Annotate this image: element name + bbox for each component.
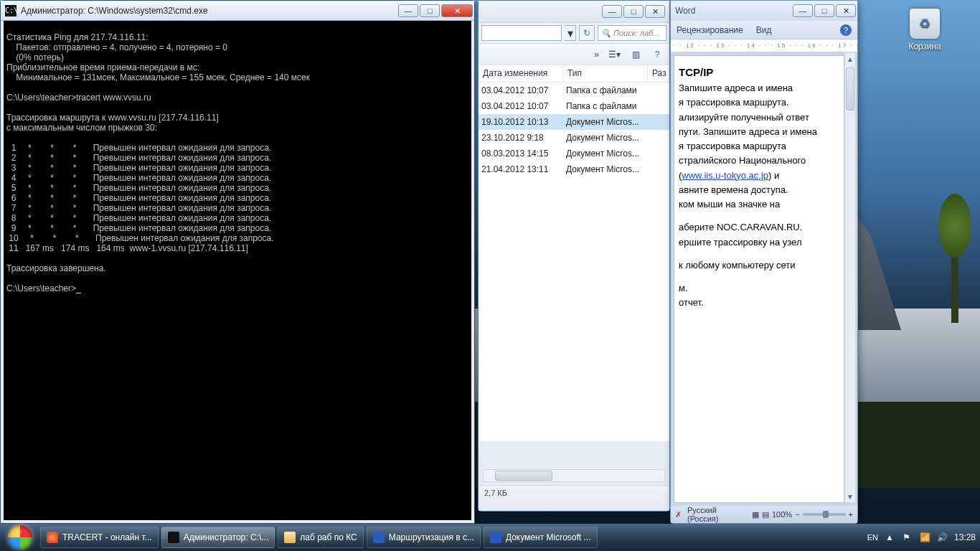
word-maximize-button[interactable]: □ bbox=[814, 4, 834, 17]
explorer-preview-icon[interactable]: ▥ bbox=[629, 48, 642, 61]
start-orb-icon bbox=[8, 525, 32, 550]
spellcheck-icon[interactable]: ✗ bbox=[675, 510, 682, 519]
word-icon bbox=[373, 532, 385, 543]
explorer-hscrollbar[interactable] bbox=[483, 469, 665, 482]
desktop: Корзина C:\ Администратор: C:\Windows\sy… bbox=[0, 0, 980, 551]
tray-language[interactable]: EN bbox=[867, 533, 878, 542]
start-button[interactable] bbox=[1, 524, 39, 550]
doc-line: м. bbox=[679, 283, 837, 294]
taskbar: TRACERT - онлайн т... Администратор: C:\… bbox=[0, 524, 980, 551]
word-status-bar: ✗ Русский (Россия) ▦ ▤ 100% − + bbox=[671, 506, 857, 523]
explorer-minimize-button[interactable]: — bbox=[602, 5, 622, 18]
folder-icon bbox=[284, 532, 296, 543]
col-type[interactable]: Тип bbox=[563, 65, 648, 82]
doc-line: я трассировка маршрута. bbox=[679, 97, 837, 108]
explorer-hscroll-thumb[interactable] bbox=[495, 471, 552, 481]
explorer-address-input[interactable] bbox=[481, 25, 562, 41]
cmd-titlebar[interactable]: C:\ Администратор: C:\Windows\system32\c… bbox=[1, 1, 474, 21]
explorer-search-input[interactable]: 🔍 Поиск: лаб... bbox=[598, 25, 666, 41]
cmd-icon: C:\ bbox=[5, 5, 17, 17]
word-icon bbox=[490, 532, 501, 543]
word-titlebar[interactable]: Word — □ ✕ bbox=[671, 1, 857, 21]
taskbar-app-word1[interactable]: Маршрутизация в с... bbox=[367, 527, 481, 548]
doc-line: ализируйте полученный ответ bbox=[679, 112, 837, 123]
word-vscrollbar[interactable]: ▲ ▼ bbox=[844, 52, 856, 503]
view-mode-icon[interactable]: ▦ bbox=[752, 510, 759, 519]
zoom-slider[interactable] bbox=[803, 513, 846, 516]
word-ruler[interactable]: · · 12 · · · 13 · · · 14 · · · 15 · · · … bbox=[671, 39, 857, 52]
scroll-down-icon[interactable]: ▼ bbox=[845, 491, 855, 502]
cmd-minimize-button[interactable]: — bbox=[398, 4, 418, 17]
cmd-maximize-button[interactable]: □ bbox=[420, 4, 440, 17]
explorer-address-bar: ▾ ↻ 🔍 Поиск: лаб... bbox=[479, 22, 669, 44]
tray-flag-icon[interactable]: ⚑ bbox=[903, 532, 913, 542]
explorer-close-button[interactable]: ✕ bbox=[645, 5, 665, 18]
tray-clock[interactable]: 13:28 bbox=[954, 532, 976, 542]
word-ribbon: Рецензирование Вид ? bbox=[671, 21, 857, 39]
doc-line: я трассировка маршрута bbox=[679, 141, 837, 152]
col-date[interactable]: Дата изменения bbox=[479, 65, 563, 82]
doc-line: (www.iis.u-tokyo.ac.jp) и bbox=[679, 170, 837, 182]
cmd-output[interactable]: Статистика Ping для 217.74.116.11: Пакет… bbox=[4, 21, 471, 520]
doc-line: Запишите адреса и имена bbox=[679, 83, 837, 94]
view-mode-icon[interactable]: ▤ bbox=[762, 510, 769, 519]
explorer-maximize-button[interactable]: □ bbox=[623, 5, 644, 18]
list-item[interactable]: 03.04.2012 10:07Папка с файлами bbox=[479, 98, 669, 114]
col-size[interactable]: Раз bbox=[648, 65, 669, 82]
scroll-up-icon[interactable]: ▲ bbox=[845, 53, 855, 65]
recycle-bin-icon bbox=[910, 9, 940, 39]
zoom-controls: ▦ ▤ 100% − + bbox=[752, 510, 853, 519]
word-window: Word — □ ✕ Рецензирование Вид ? · · 12 ·… bbox=[670, 0, 858, 524]
doc-line: стралийского Национального bbox=[679, 155, 837, 166]
taskbar-app-cmd[interactable]: Администратор: C:\... bbox=[161, 527, 275, 548]
explorer-status-size: 2,7 КБ bbox=[484, 489, 507, 497]
explorer-refresh-button[interactable]: ↻ bbox=[579, 25, 595, 41]
doc-line: ершите трассировку на узел bbox=[679, 237, 837, 248]
word-vscroll-thumb[interactable] bbox=[846, 67, 854, 110]
doc-link[interactable]: www.iis.u-tokyo.ac.jp bbox=[682, 170, 768, 181]
cmd-close-button[interactable]: ✕ bbox=[441, 4, 473, 17]
recycle-bin[interactable]: Корзина bbox=[900, 9, 950, 52]
explorer-view-icon[interactable]: ☰▾ bbox=[608, 48, 621, 61]
taskbar-app-word2[interactable]: Документ Microsoft ... bbox=[484, 527, 598, 548]
ribbon-help-icon[interactable]: ? bbox=[840, 24, 852, 36]
list-item[interactable]: 03.04.2012 10:07Папка с файлами bbox=[479, 83, 669, 98]
explorer-status-bar: 2,7 КБ bbox=[479, 485, 669, 511]
list-item[interactable]: 21.04.2012 13:11Документ Micros... bbox=[479, 161, 669, 177]
explorer-file-list[interactable]: 03.04.2012 10:07Папка с файлами 03.04.20… bbox=[479, 83, 669, 441]
zoom-out-button[interactable]: − bbox=[795, 510, 799, 519]
taskbar-app-firefox[interactable]: TRACERT - онлайн т... bbox=[40, 527, 159, 548]
explorer-help-icon[interactable]: ? bbox=[651, 48, 664, 61]
status-language[interactable]: Русский (Россия) bbox=[687, 506, 746, 523]
cmd-title-text: Администратор: C:\Windows\system32\cmd.e… bbox=[21, 6, 397, 16]
ribbon-tab-review[interactable]: Рецензирование bbox=[677, 25, 743, 35]
tray-hidden-icons[interactable]: ▲ bbox=[885, 532, 895, 542]
list-item[interactable]: 23.10.2012 9:18Документ Micros... bbox=[479, 130, 669, 146]
word-document[interactable]: TCP/IP Запишите адреса и имена я трассир… bbox=[674, 55, 844, 503]
list-item[interactable]: 08.03.2013 14:15Документ Micros... bbox=[479, 146, 669, 161]
list-item-selected[interactable]: 19.10.2012 10:13Документ Micros... bbox=[479, 114, 669, 130]
explorer-titlebar[interactable]: — □ ✕ bbox=[479, 1, 669, 22]
doc-line: аберите NOC.CARAVAN.RU. bbox=[679, 222, 837, 233]
zoom-value[interactable]: 100% bbox=[772, 510, 792, 519]
doc-line: пути. Запишите адреса и имена bbox=[679, 126, 837, 138]
explorer-toolbar-overflow[interactable]: » bbox=[594, 50, 599, 60]
explorer-toolbar: » ☰▾ ▥ ? bbox=[479, 44, 669, 65]
zoom-in-button[interactable]: + bbox=[849, 510, 853, 519]
tray-sound-icon[interactable]: 🔊 bbox=[937, 532, 947, 542]
wallpaper-tree bbox=[951, 237, 958, 323]
ribbon-tab-view[interactable]: Вид bbox=[756, 25, 772, 35]
word-minimize-button[interactable]: — bbox=[793, 4, 813, 17]
taskbar-app-explorer[interactable]: лаб раб по КС bbox=[278, 527, 363, 548]
word-close-button[interactable]: ✕ bbox=[836, 4, 856, 17]
doc-line: ком мыши на значке на bbox=[679, 199, 837, 210]
doc-line: отчет. bbox=[679, 297, 837, 309]
search-icon: 🔍 bbox=[601, 29, 611, 38]
system-tray: EN ▲ ⚑ 📶 🔊 13:28 bbox=[863, 532, 980, 542]
explorer-address-dropdown[interactable]: ▾ bbox=[565, 25, 576, 41]
tray-network-icon[interactable]: 📶 bbox=[920, 532, 930, 542]
doc-line: к любому компьютеру сети bbox=[679, 260, 837, 271]
explorer-column-headers[interactable]: Дата изменения Тип Раз bbox=[479, 65, 669, 83]
doc-heading: TCP/IP bbox=[679, 66, 837, 78]
word-title-text: Word bbox=[675, 6, 791, 16]
